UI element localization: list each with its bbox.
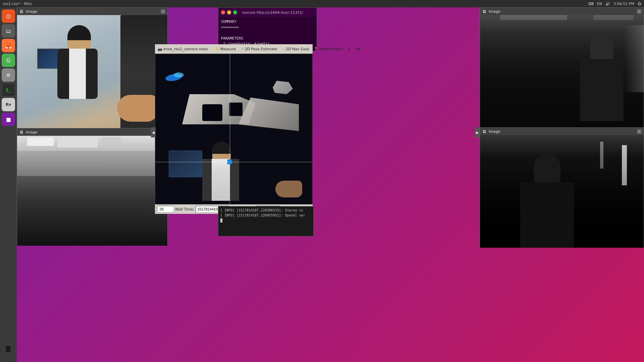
dog-shape	[117, 95, 157, 122]
system-bar-left: ros2.rviz* - RViz	[3, 2, 32, 6]
blue-marker-2	[174, 72, 184, 77]
toolbar-camera-label: ense_ros2_camera reals	[163, 47, 208, 51]
keyboard-icon: ⌨	[588, 2, 594, 6]
image-panel-tl-content	[17, 15, 167, 128]
jacket-right	[86, 49, 98, 99]
nav-icon: ↗	[282, 47, 285, 51]
rviz-3d-viewport[interactable]	[155, 54, 313, 204]
camera-view-tl	[17, 15, 167, 128]
toolbar-pose-estimate[interactable]: ↗ 2D Pose Estimate	[239, 46, 278, 52]
log-line-2: [ INFO] [1517814187.220455952]: OpenGl v…	[220, 213, 311, 218]
panel-br-titlebar: 🖼 Image ×	[480, 128, 644, 135]
depth-far	[17, 176, 167, 246]
person-br	[514, 154, 581, 248]
log-line-1: [ INFO] [1517814187.220388319]: Stereo i…	[220, 208, 311, 213]
terminal-maximize-dot[interactable]	[233, 10, 237, 14]
image-panel-bl-title: Image	[26, 130, 37, 134]
dock-ubuntu-icon[interactable]: ⊙	[2, 9, 15, 23]
gap-1	[202, 104, 222, 121]
rviz-scroll-right-arrow[interactable]: ▶	[475, 127, 480, 137]
image-panel-bottom-left: 🖼 Image ×	[17, 128, 168, 245]
image-panel-br-close[interactable]: ×	[637, 129, 642, 134]
image-panel-bl-icon: 🖼	[19, 130, 24, 134]
crosshair-horizontal	[155, 162, 312, 162]
crosshair-vertical	[230, 54, 230, 204]
light-bar-1-br	[622, 145, 627, 185]
log-cursor: █	[220, 218, 311, 223]
dock-firefox-icon[interactable]: 🦊	[2, 39, 15, 52]
toolbar-camera-item[interactable]: 📷 ense_ros2_camera reals	[156, 46, 209, 52]
system-bar-right: ⌨ EN 🔊 3:06:51 PM ⏻	[588, 2, 641, 6]
rviz-scroll-left-arrow[interactable]: ◀	[151, 127, 156, 137]
dock-settings-icon[interactable]: ⚙	[2, 68, 15, 82]
terminal-line-4: PARAMETERS	[221, 36, 314, 42]
image-panel-br-icon: 🖼	[482, 129, 487, 134]
body-tr	[580, 59, 624, 121]
pose-icon: ↗	[240, 47, 244, 51]
monitor-3d	[169, 150, 202, 177]
position-value-input[interactable]	[157, 206, 174, 213]
depth-line1	[31, 156, 98, 157]
image-panel-br-content	[480, 135, 644, 248]
image-panel-tr-close[interactable]: ×	[637, 9, 642, 14]
wall-time-label: Wall Time:	[175, 207, 194, 212]
terminal-minimize-dot[interactable]	[227, 10, 231, 14]
power-icon: ⏻	[638, 2, 641, 6]
hair-shape	[67, 25, 91, 40]
panel-tl-titlebar: 🖼 Image ×	[17, 8, 167, 15]
toolbar-publish-point[interactable]: 📍 Publish Point	[312, 46, 344, 52]
light-reflection-tr	[624, 25, 644, 92]
toolbar-nav-label: 2D Nav Goal	[286, 47, 309, 51]
toolbar-measure[interactable]: 📏 Measure	[213, 46, 237, 52]
camera-view-br	[480, 135, 644, 248]
monitor-screen-3d	[169, 151, 202, 177]
app-title: ros2.rviz* - RViz	[3, 2, 32, 6]
terminal-line-2: ========	[221, 25, 314, 31]
dock-rviz-icon[interactable]: Rv	[2, 98, 15, 111]
menu-icon: ≡▾	[356, 47, 361, 51]
toolbar-pose-label: 2D Pose Estimate	[245, 47, 277, 51]
application-dock: ⊙ 🗂 🦊 G ⚙ $_ Rv ■ 🗑	[0, 7, 17, 362]
dock-purple-app-icon[interactable]: ■	[2, 113, 15, 126]
image-panel-br-title: Image	[489, 129, 500, 134]
language-indicator: EN	[597, 2, 602, 6]
dock-terminal-icon[interactable]: $_	[2, 83, 15, 97]
toolbar-add-button[interactable]: +	[346, 46, 352, 52]
toolbar-menu-button[interactable]: ≡▾	[354, 46, 362, 52]
depth-bg	[17, 136, 167, 246]
measure-icon: 📏	[215, 47, 219, 51]
depth-mid	[17, 151, 167, 178]
terminal-line-3	[221, 30, 314, 36]
head-tr	[590, 34, 613, 61]
terminal-titlebar: roscore http://u1604-liuxr:11311/	[218, 8, 317, 17]
system-bar: ros2.rviz* - RViz ⌨ EN 🔊 3:06:51 PM ⏻	[0, 0, 644, 7]
image-panel-top-right: 🖼 Image ×	[480, 7, 644, 127]
depth-view-bl	[17, 136, 167, 246]
shirt-shape	[57, 49, 98, 99]
body-br	[520, 182, 574, 248]
panel-bl-titlebar: 🖼 Image ×	[17, 128, 167, 136]
jacket-r-3d	[230, 159, 239, 201]
depth-blob2	[57, 137, 98, 147]
rviz-pointcloud-view	[155, 54, 312, 204]
dock-files-icon[interactable]: 🗂	[2, 24, 15, 38]
volume-icon: 🔊	[605, 2, 610, 6]
dock-trash-icon[interactable]: 🗑	[2, 342, 15, 355]
dog-3d	[275, 181, 302, 197]
depth-blob3	[101, 137, 121, 144]
terminal-close-dot[interactable]	[221, 10, 225, 14]
toolbar-publish-label: Publish Point	[319, 47, 343, 51]
camera-icon: 📷	[158, 47, 162, 51]
log-content: [ INFO] [1517814187.220388319]: Stereo i…	[218, 206, 313, 224]
person-body-3d	[202, 159, 239, 201]
head-shape	[67, 25, 91, 52]
toolbar-nav-goal[interactable]: ↗ 2D Nav Goal	[280, 46, 310, 52]
image-panel-tl-close[interactable]: ×	[161, 9, 165, 14]
image-panel-bottom-right: 🖼 Image ×	[480, 127, 644, 247]
dock-green-app-icon[interactable]: G	[2, 54, 15, 67]
image-panel-tr-title: Image	[489, 9, 500, 14]
image-panel-top-left: 🖼 Image ×	[17, 7, 168, 128]
terminal-title: roscore http://u1604-liuxr:11311/	[242, 10, 303, 15]
image-panel-tl-title: Image	[26, 9, 37, 14]
jacket-left	[57, 49, 69, 99]
